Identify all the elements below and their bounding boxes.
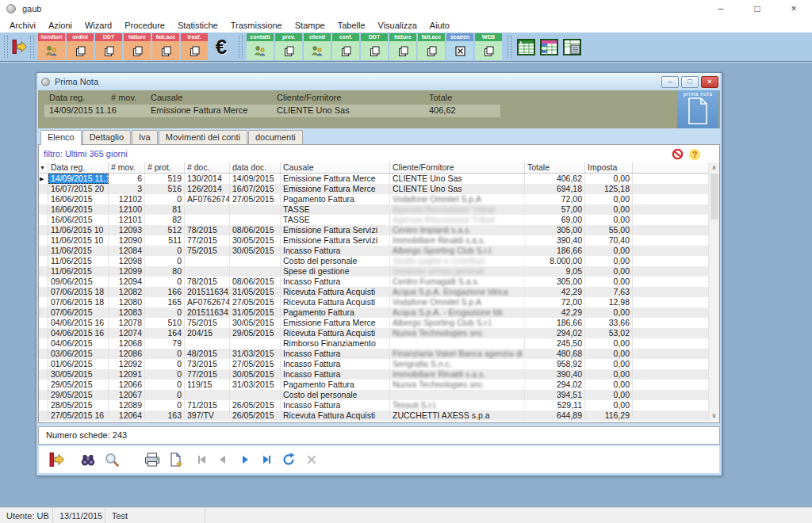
scroll-down-icon[interactable]: ∨ [709,410,719,421]
scroll-up-icon[interactable]: ∧ [709,162,719,173]
find-binoculars-icon[interactable] [80,452,96,468]
toolbar-button-fatture[interactable]: fatture [124,33,151,60]
nav-prev-icon[interactable] [216,453,229,466]
maximize-button[interactable]: □ [739,0,776,17]
table-row[interactable]: 09/06/201512094078/201508/06/2015Incasso… [39,277,719,287]
table-print-icon[interactable] [563,39,581,55]
minimize-button[interactable]: – [703,0,739,17]
column-header-cliente-fornitore[interactable]: Cliente/Fornitore [390,162,525,173]
table-row[interactable]: 11/06/2015120980Costo del personaleStudi… [39,256,719,266]
nav-next-icon[interactable] [239,453,251,466]
zoom-icon[interactable] [104,452,120,468]
column-header-data-doc[interactable]: data doc. [230,162,281,173]
table-row[interactable]: 11/06/2015 101209351278/201508/06/2015Em… [39,225,719,235]
exit-icon[interactable] [48,452,66,468]
table-row[interactable]: 03/06/201512086048/201531/03/2015Incasso… [39,349,719,359]
table-row[interactable]: 29/05/2015120660119/1531/03/2015Pagament… [39,380,719,390]
table-row[interactable]: 28/05/201512089071/201526/05/2015Incasso… [39,400,719,410]
column-header-data-reg[interactable]: Data reg. [48,162,109,173]
menu-item-trasmissione[interactable]: Trasmissione [224,19,289,32]
table-row[interactable]: 16/06/20151210081TASSEAgenzia Riscossion… [39,204,719,215]
toolbar-button-conf[interactable]: conf. [332,33,359,60]
vertical-scrollbar[interactable]: ∧ ∨ [708,162,719,421]
toolbar-button-scaden[interactable]: scaden [446,33,473,60]
table-row[interactable]: 01/06/201512092073/201527/05/2015Incasso… [39,359,719,369]
prima-nota-titlebar[interactable]: Prima Nota – □ × [38,73,720,90]
menu-item-procedure[interactable]: Procedure [118,19,171,32]
nav-last-icon[interactable] [260,453,273,466]
column-header-imposta[interactable]: Imposta [585,162,633,173]
tab-elenco[interactable]: Elenco [40,130,82,145]
toolbar-button-trasf[interactable]: trasf. [181,33,208,60]
close-button[interactable]: × [776,0,812,17]
menu-item-archivi[interactable]: Archivi [3,19,42,32]
table-row[interactable]: 04/06/20151206879Rimborso Finanziamento2… [39,338,719,349]
toolbar-gripper[interactable] [30,36,34,58]
table-row[interactable]: 29/05/2015120670Costo del personale394,5… [39,390,719,400]
column-header-doc[interactable]: # doc. [185,162,230,173]
cancel-filter-icon[interactable] [672,148,684,160]
new-record-icon[interactable] [167,452,183,468]
table-row[interactable]: 04/06/2015 161207851075/201530/05/2015Em… [39,318,719,328]
table-row[interactable]: 16/06/20151210182TASSEAgenzia Riscossion… [39,215,719,225]
menu-item-tabelle[interactable]: Tabelle [331,19,372,32]
tab-documenti[interactable]: documenti [248,130,303,144]
column-header-prot[interactable]: # prot. [145,162,185,173]
refresh-icon[interactable] [282,452,296,467]
menu-item-azioni[interactable]: Azioni [42,19,79,32]
table-green-icon[interactable] [517,39,535,55]
toolbar-button-contatti[interactable]: contatti [247,33,274,60]
cell-data-doc [230,266,281,277]
menu-item-aiuto[interactable]: Aiuto [423,19,456,32]
help-icon[interactable]: ? [689,149,700,160]
inner-minimize-button[interactable]: – [661,76,679,88]
table-row[interactable]: 27/05/2015 1612064163397/TV26/05/2015Ric… [39,410,719,421]
table-row[interactable]: 11/06/20151209980Spese di gestioneGestio… [39,266,719,277]
toolbar-button-web[interactable]: WEB [475,33,502,60]
toolbar-button-ddt[interactable]: DDT [361,33,388,60]
table-row[interactable]: 07/06/2015 1812080165AF0762674127/05/201… [39,297,719,307]
toolbar-button-fattacc[interactable]: fatt.acc [418,33,445,60]
table-row[interactable]: 04/06/2015 1612074164204/1529/05/2015Ric… [39,328,719,338]
exit-icon[interactable] [11,39,29,55]
menu-item-visualizza[interactable]: Visualizza [372,19,423,32]
tab-movimenti-dei-conti[interactable]: Movimenti dei conti [159,130,247,144]
tab-iva[interactable]: Iva [132,130,158,144]
euro-icon[interactable]: € [209,33,234,60]
toolbar-button-fatture[interactable]: fatture [389,33,416,60]
inner-close-button[interactable]: × [701,76,718,88]
table-row[interactable]: 07/06/2015120830201511634131/05/2015Paga… [39,307,719,318]
table-row[interactable]: ▶14/09/2015 11.166519130/201414/09/2015E… [39,174,719,184]
toolbar-button-prev[interactable]: prev. [275,33,302,60]
column-header-mov[interactable]: # mov. [109,162,145,173]
toolbar-gripper[interactable] [4,36,8,58]
cell-doc: 2015116341 [185,287,230,297]
inner-maximize-button[interactable]: □ [681,76,699,88]
table-row[interactable]: 30/05/201512091077/201530/05/2015Incasso… [39,369,719,380]
toolbar-button-fattacc[interactable]: fatt.acc [152,33,179,60]
toolbar-button-fornitori[interactable]: fornitori [38,33,65,60]
column-header-totale[interactable]: Totale [525,162,585,173]
scrollbar-thumb[interactable] [710,174,718,220]
toolbar-button-clienti[interactable]: clienti [304,33,331,60]
table-row[interactable]: 11/06/2015 101209051177/201530/05/2015Em… [39,235,719,246]
table-row[interactable]: 16/07/2015 203516126/201416/07/2015Emiss… [39,184,719,194]
toolbar-gripper[interactable] [508,36,511,58]
column-header-causale[interactable]: Causale [281,162,390,173]
menu-item-statistiche[interactable]: Statistiche [171,19,224,32]
toolbar-button-ordini[interactable]: ordini [67,33,94,60]
cell-doc: AF07626741 [185,194,230,204]
tab-dettaglio[interactable]: Dettaglio [82,130,131,144]
table-row[interactable]: 16/06/2015121020AF0762674127/05/2015Paga… [39,194,719,204]
toolbar-button-ddt[interactable]: DDT [95,33,122,60]
table-row[interactable]: 11/06/201512084075/201530/05/2015Incasso… [39,246,719,256]
menu-item-stampe[interactable]: Stampe [289,19,331,32]
toolbar-gripper[interactable] [239,36,243,58]
table-row[interactable]: 07/06/2015 1812082166201511634131/05/201… [39,287,719,297]
print-icon[interactable] [144,452,161,468]
nav-first-icon[interactable] [196,453,209,466]
sort-desc-icon[interactable]: ▼ [39,162,48,173]
delete-icon[interactable] [305,453,318,466]
table-pink-icon[interactable] [540,39,558,55]
menu-item-wizard[interactable]: Wizard [79,19,118,32]
